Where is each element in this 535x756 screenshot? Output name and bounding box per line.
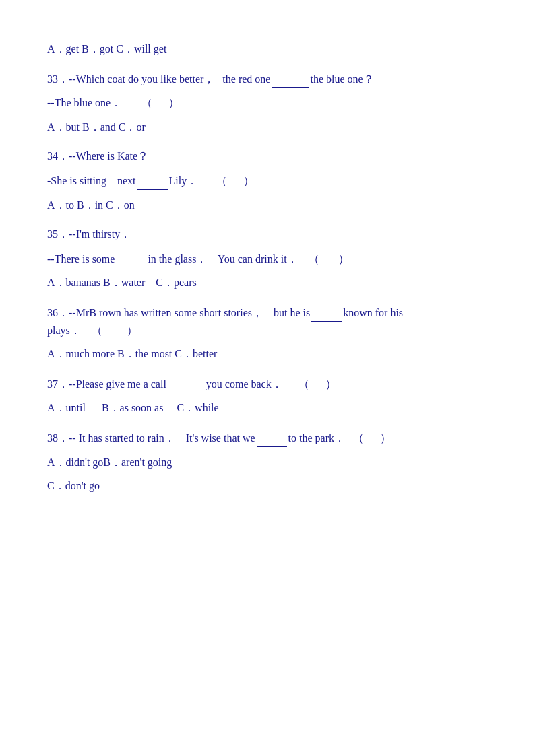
q33-question-text: 33．--Which coat do you like better， the … [47, 70, 374, 88]
q35-answer-text: --There is some in the glass． You can dr… [47, 250, 349, 268]
q33-answer-line: --The blue one．（ ） [47, 94, 488, 112]
q36-options-text: A．much more B．the most C．better [47, 345, 217, 363]
q37-block: 37．--Please give me a call you come back… [47, 375, 488, 417]
q38-options-text2: C．don't go [47, 477, 100, 495]
q36-question-line: 36．--MrB rown has written some short sto… [47, 304, 488, 339]
q33-paren: （ ） [141, 97, 186, 108]
first-options-line: A．get B．got C．will get [47, 40, 488, 58]
q33-block: 33．--Which coat do you like better， the … [47, 70, 488, 136]
q34-blank [137, 172, 168, 190]
q38-question-line: 38．-- It has started to rain． It's wise … [47, 429, 488, 447]
q37-blank [168, 375, 205, 393]
q33-options-text: A．but B．and C．or [47, 118, 146, 136]
q34-question-text: 34．--Where is Kate？ [47, 147, 148, 165]
q34-block: 34．--Where is Kate？ -She is sitting next… [47, 147, 488, 213]
q34-question-line: 34．--Where is Kate？ [47, 147, 488, 165]
first-options-block: A．get B．got C．will get [47, 40, 488, 58]
q35-block: 35．--I'm thirsty． --There is some in the… [47, 226, 488, 291]
q37-options-line: A．until B．as soon as C．while [47, 399, 488, 417]
q33-question-line: 33．--Which coat do you like better， the … [47, 70, 488, 88]
q38-options-line1: A．didn't goB．aren't going [47, 454, 488, 471]
q38-options-text1: A．didn't goB．aren't going [47, 454, 172, 471]
first-options-text: A．get B．got C．will get [47, 40, 166, 58]
q35-question-text: 35．--I'm thirsty． [47, 226, 131, 243]
q35-answer-line: --There is some in the glass． You can dr… [47, 250, 488, 268]
q35-blank [116, 250, 146, 268]
q34-answer-line: -She is sitting next Lily． （ ） [47, 172, 488, 190]
q36-block: 36．--MrB rown has written some short sto… [47, 304, 488, 363]
q37-question-text: 37．--Please give me a call you come back… [47, 375, 336, 393]
q35-question-line: 35．--I'm thirsty． [47, 226, 488, 243]
q37-options-text: A．until B．as soon as C．while [47, 399, 219, 417]
q36-question-text: 36．--MrB rown has written some short sto… [47, 304, 488, 339]
q33-blank [272, 70, 309, 88]
q35-options-line: A．bananas B．water C．pears [47, 274, 488, 291]
q38-question-text: 38．-- It has started to rain． It's wise … [47, 429, 391, 447]
q36-options-line: A．much more B．the most C．better [47, 345, 488, 363]
q38-block: 38．-- It has started to rain． It's wise … [47, 429, 488, 495]
q35-options-text: A．bananas B．water C．pears [47, 274, 197, 291]
q34-answer-text: -She is sitting next Lily． （ ） [47, 172, 254, 190]
q34-options-text: A．to B．in C．on [47, 197, 135, 214]
q38-blank [257, 429, 287, 447]
q38-options-line2: C．don't go [47, 477, 488, 495]
q33-options-line: A．but B．and C．or [47, 118, 488, 136]
q34-options-line: A．to B．in C．on [47, 197, 488, 214]
q33-answer-text: --The blue one．（ ） [47, 94, 186, 112]
q36-blank [311, 304, 342, 322]
q37-question-line: 37．--Please give me a call you come back… [47, 375, 488, 393]
